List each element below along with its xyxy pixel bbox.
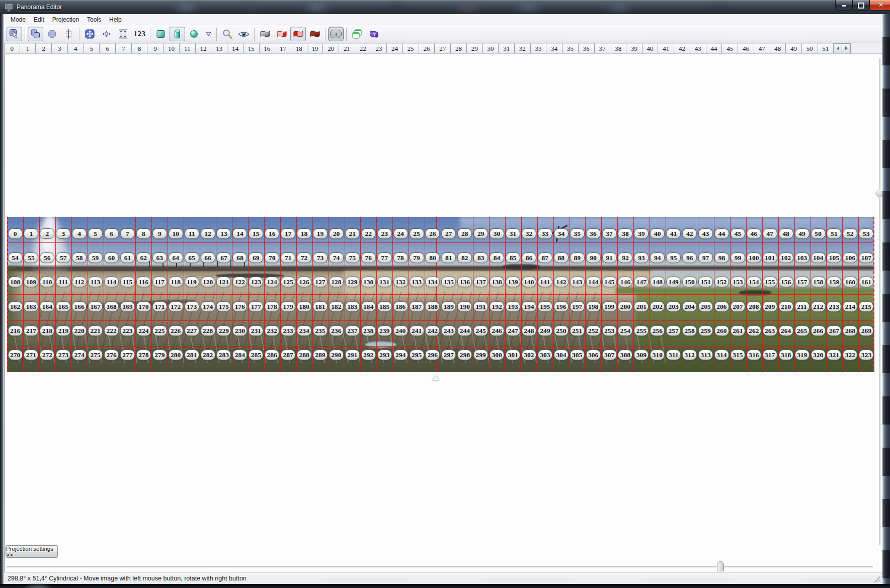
image-tab-26[interactable]: 26 bbox=[419, 43, 435, 53]
image-tab-33[interactable]: 33 bbox=[531, 43, 547, 53]
minimize-button[interactable] bbox=[835, 0, 852, 11]
image-number-badge: 227 bbox=[185, 325, 199, 336]
crosshair-mode-button[interactable] bbox=[61, 27, 76, 41]
image-tab-29[interactable]: 29 bbox=[467, 43, 483, 53]
image-tab-37[interactable]: 37 bbox=[595, 43, 611, 53]
image-tab-4[interactable]: 4 bbox=[68, 43, 84, 53]
image-tab-50[interactable]: 50 bbox=[802, 43, 818, 53]
image-tab-34[interactable]: 34 bbox=[546, 43, 562, 53]
image-tab-51[interactable]: 51 bbox=[818, 43, 834, 53]
resize-grip[interactable] bbox=[874, 576, 880, 582]
image-tab-36[interactable]: 36 bbox=[579, 43, 595, 53]
image-tab-1[interactable]: 1 bbox=[20, 43, 36, 53]
zoom-tool-button[interactable] bbox=[219, 27, 235, 41]
image-number-badge: 24 bbox=[393, 228, 408, 239]
help-book-button[interactable]: ? bbox=[366, 27, 381, 41]
image-tab-13[interactable]: 13 bbox=[211, 43, 227, 53]
image-tab-14[interactable]: 14 bbox=[227, 43, 244, 53]
image-tab-42[interactable]: 42 bbox=[674, 43, 690, 53]
image-tab-15[interactable]: 15 bbox=[244, 43, 260, 53]
image-tab-30[interactable]: 30 bbox=[483, 43, 499, 53]
image-tab-8[interactable]: 8 bbox=[132, 43, 148, 53]
image-tab-11[interactable]: 11 bbox=[180, 43, 196, 53]
image-number-badge: 165 bbox=[56, 301, 70, 312]
menu-projection[interactable]: Projection bbox=[48, 15, 83, 24]
fit-panorama-button[interactable] bbox=[82, 27, 98, 41]
image-tab-2[interactable]: 2 bbox=[36, 43, 52, 53]
horizontal-slider-thumb[interactable] bbox=[717, 561, 724, 571]
toolbar: 123 bbox=[4, 25, 882, 43]
plane-red-button[interactable] bbox=[290, 27, 306, 41]
image-tab-35[interactable]: 35 bbox=[562, 43, 579, 53]
tab-scroll-left-button[interactable] bbox=[834, 43, 842, 53]
image-tab-38[interactable]: 38 bbox=[610, 43, 626, 53]
image-tab-43[interactable]: 43 bbox=[690, 43, 706, 53]
image-tab-44[interactable]: 44 bbox=[706, 43, 722, 53]
image-tab-25[interactable]: 25 bbox=[403, 43, 419, 53]
editor-canvas[interactable]: 0123456789101112131415161718192021222324… bbox=[4, 54, 882, 572]
projection-dropdown-button[interactable] bbox=[203, 27, 214, 41]
show-all-images-button[interactable] bbox=[28, 27, 43, 41]
titlebar[interactable]: Panorama Editor bbox=[0, 0, 890, 14]
image-tab-12[interactable]: 12 bbox=[196, 43, 212, 53]
show-single-image-button[interactable] bbox=[44, 27, 60, 41]
tab-scroll-right-button[interactable] bbox=[842, 43, 851, 53]
image-tab-22[interactable]: 22 bbox=[355, 43, 371, 53]
vertical-slider-track[interactable] bbox=[879, 58, 880, 545]
image-tab-18[interactable]: 18 bbox=[291, 43, 307, 53]
center-panorama-button[interactable] bbox=[99, 27, 114, 41]
image-tab-46[interactable]: 46 bbox=[738, 43, 754, 53]
plane-dark-red-button[interactable] bbox=[307, 27, 322, 41]
image-tab-20[interactable]: 20 bbox=[323, 43, 339, 53]
image-tab-23[interactable]: 23 bbox=[371, 43, 387, 53]
image-tab-19[interactable]: 19 bbox=[307, 43, 323, 53]
preview-button[interactable] bbox=[236, 27, 252, 41]
image-tab-7[interactable]: 7 bbox=[116, 43, 132, 53]
image-tab-39[interactable]: 39 bbox=[626, 43, 642, 53]
image-tab-47[interactable]: 47 bbox=[754, 43, 770, 53]
cylindrical-projection-button[interactable] bbox=[170, 27, 185, 41]
plane-gray-button[interactable] bbox=[257, 27, 273, 41]
image-number-badge: 240 bbox=[393, 325, 408, 336]
image-tab-41[interactable]: 41 bbox=[658, 43, 674, 53]
image-tab-40[interactable]: 40 bbox=[642, 43, 659, 53]
image-tab-17[interactable]: 17 bbox=[275, 43, 291, 53]
detail-level-button[interactable]: 3 bbox=[328, 27, 344, 41]
image-tab-5[interactable]: 5 bbox=[84, 43, 100, 53]
projection-settings-button[interactable]: Projection settings >> bbox=[6, 545, 58, 558]
image-tab-49[interactable]: 49 bbox=[786, 43, 802, 53]
app-icon[interactable] bbox=[5, 3, 13, 12]
center-marker-triangle[interactable] bbox=[432, 376, 439, 380]
panorama-image[interactable]: 0123456789101112131415161718192021222324… bbox=[7, 217, 874, 372]
image-number-badge: 122 bbox=[232, 277, 247, 287]
image-tab-45[interactable]: 45 bbox=[722, 43, 738, 53]
select-mode-button[interactable] bbox=[7, 27, 22, 41]
image-tab-9[interactable]: 9 bbox=[147, 43, 164, 53]
image-tab-32[interactable]: 32 bbox=[515, 43, 531, 53]
image-tab-24[interactable]: 24 bbox=[387, 43, 403, 53]
menu-edit[interactable]: Edit bbox=[30, 15, 48, 24]
horizontal-slider-track[interactable] bbox=[7, 566, 873, 567]
plane-light-red-button[interactable] bbox=[274, 27, 289, 41]
image-tab-28[interactable]: 28 bbox=[451, 43, 467, 53]
image-tab-16[interactable]: 16 bbox=[260, 43, 276, 53]
image-tab-10[interactable]: 10 bbox=[164, 43, 180, 53]
image-tab-21[interactable]: 21 bbox=[339, 43, 355, 53]
rectilinear-projection-button[interactable] bbox=[153, 27, 169, 41]
image-tab-27[interactable]: 27 bbox=[435, 43, 451, 53]
menu-mode[interactable]: Mode bbox=[7, 15, 30, 24]
show-image-numbers-button[interactable]: 123 bbox=[132, 27, 147, 41]
vertical-slider-thumb[interactable] bbox=[874, 190, 882, 197]
image-tab-31[interactable]: 31 bbox=[499, 43, 515, 53]
image-tab-6[interactable]: 6 bbox=[100, 43, 116, 53]
menu-help[interactable]: Help bbox=[105, 15, 126, 24]
menu-tools[interactable]: Tools bbox=[83, 15, 105, 24]
maximize-button[interactable] bbox=[852, 0, 869, 11]
new-window-button[interactable] bbox=[349, 27, 365, 41]
close-button[interactable]: ✕ bbox=[869, 0, 890, 11]
image-tab-0[interactable]: 0 bbox=[4, 43, 20, 53]
fit-vertically-button[interactable] bbox=[115, 27, 131, 41]
spherical-projection-button[interactable] bbox=[186, 27, 202, 41]
image-tab-48[interactable]: 48 bbox=[770, 43, 786, 53]
image-tab-3[interactable]: 3 bbox=[52, 43, 68, 53]
